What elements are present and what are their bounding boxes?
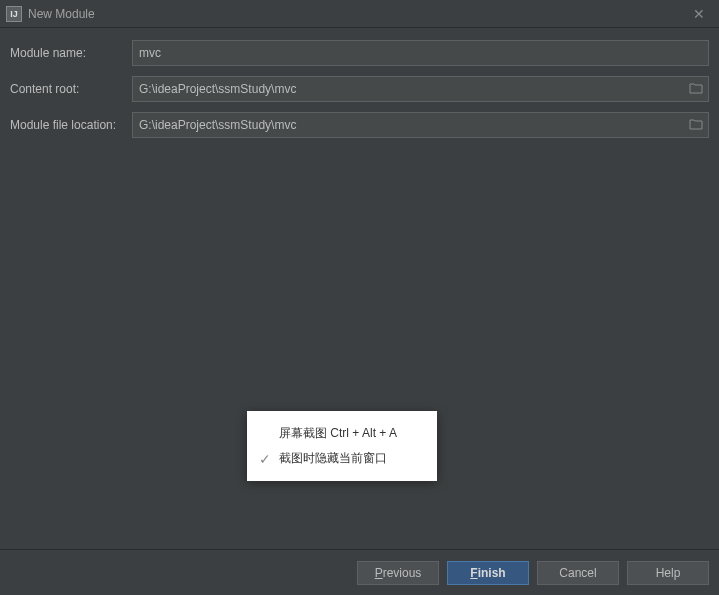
tooltip-shortcut-text: 屏幕截图 Ctrl + Alt + A [279, 425, 425, 442]
content-root-label: Content root: [10, 82, 132, 96]
module-file-location-input-wrap [132, 112, 709, 138]
folder-icon[interactable] [689, 118, 703, 133]
module-name-row: Module name: [10, 40, 709, 66]
content-root-input[interactable] [132, 76, 709, 102]
module-name-label: Module name: [10, 46, 132, 60]
module-file-location-input[interactable] [132, 112, 709, 138]
window-title: New Module [28, 7, 685, 21]
app-icon: IJ [6, 6, 22, 22]
close-icon[interactable]: ✕ [685, 2, 713, 26]
module-file-location-row: Module file location: [10, 112, 709, 138]
form-content: Module name: Content root: Module file l… [0, 28, 719, 160]
content-root-input-wrap [132, 76, 709, 102]
module-name-input-wrap [132, 40, 709, 66]
help-button[interactable]: Help [627, 561, 709, 585]
module-file-location-label: Module file location: [10, 118, 132, 132]
tooltip-hide-window-text: 截图时隐藏当前窗口 [279, 450, 425, 467]
screenshot-tooltip: 屏幕截图 Ctrl + Alt + A ✓ 截图时隐藏当前窗口 [247, 411, 437, 481]
title-bar: IJ New Module ✕ [0, 0, 719, 28]
button-bar: Previous Finish Cancel Help [0, 549, 719, 595]
previous-button[interactable]: Previous [357, 561, 439, 585]
folder-icon[interactable] [689, 82, 703, 97]
cancel-button[interactable]: Cancel [537, 561, 619, 585]
finish-button[interactable]: Finish [447, 561, 529, 585]
tooltip-line-2[interactable]: ✓ 截图时隐藏当前窗口 [247, 446, 437, 471]
module-name-input[interactable] [132, 40, 709, 66]
content-root-row: Content root: [10, 76, 709, 102]
tooltip-line-1[interactable]: 屏幕截图 Ctrl + Alt + A [247, 421, 437, 446]
check-icon: ✓ [259, 451, 279, 467]
